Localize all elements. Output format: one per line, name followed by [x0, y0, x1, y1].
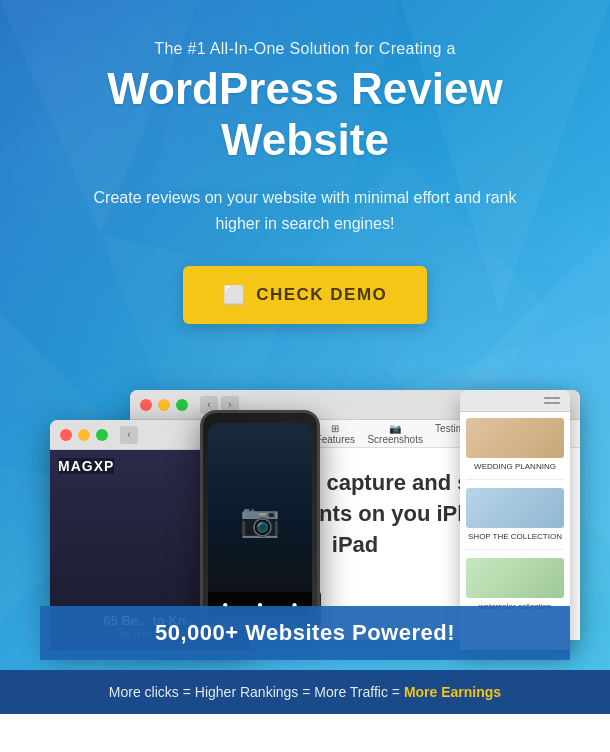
nav-arrow-left-front: ‹ [120, 426, 138, 444]
right-img-2 [466, 488, 564, 528]
footer-equals-1: = [183, 684, 195, 700]
ham-line-r1 [544, 397, 560, 399]
dot-red-front [60, 429, 72, 441]
banner-overlay: 50,000+ Websites Powered! [40, 606, 570, 660]
magxp-label: MAGXP [58, 458, 114, 474]
dot-yellow [158, 399, 170, 411]
footer-part-2: Higher Rankings [195, 684, 299, 700]
footer-equals-3: = [392, 684, 404, 700]
hero-title: WordPress Review Website [40, 64, 570, 165]
dot-red [140, 399, 152, 411]
right-label-2: SHOP THE COLLECTION [468, 532, 562, 541]
phone-body: 📷 ● ● ● [200, 410, 320, 630]
footer-equals-2: = [302, 684, 314, 700]
dot-green [176, 399, 188, 411]
banner-text: 50,000+ Websites Powered! [155, 620, 455, 645]
check-demo-button[interactable]: ⬜ CHECK DEMO [183, 266, 428, 324]
footer-part-4: More Earnings [404, 684, 501, 700]
right-item-1: WEDDING PLANNING [466, 418, 564, 480]
hamburger-right [544, 397, 560, 404]
right-img-1 [466, 418, 564, 458]
right-item-2: SHOP THE COLLECTION [466, 488, 564, 550]
nav-arrows-front: ‹ [120, 426, 138, 444]
nav-item-features: ⊞ Features [315, 423, 355, 445]
phone-screen: 📷 ● ● ● [208, 423, 312, 617]
nav-item-screenshots: 📷 Screenshots [367, 423, 423, 445]
browser-titlebar-right [460, 390, 570, 412]
ham-line-r2 [544, 402, 560, 404]
hero-subtitle: The #1 All-In-One Solution for Creating … [40, 40, 570, 58]
hero-section: The #1 All-In-One Solution for Creating … [0, 0, 610, 670]
footer-text: More clicks = Higher Rankings = More Tra… [20, 684, 590, 700]
hero-description: Create reviews on your website with mini… [90, 185, 520, 236]
right-img-3 [466, 558, 564, 598]
right-content: WEDDING PLANNING SHOP THE COLLECTION wat… [460, 412, 570, 634]
dot-green-front [96, 429, 108, 441]
phone-mockup: 📷 ● ● ● [200, 410, 320, 630]
cta-label: CHECK DEMO [256, 285, 387, 305]
footer-bar: More clicks = Higher Rankings = More Tra… [0, 670, 610, 714]
right-label-1: WEDDING PLANNING [474, 462, 556, 471]
footer-part-1: More clicks [109, 684, 179, 700]
browsers-section: ‹ › CleanApp Pages▾ ☆ Overview ⊞ Feature… [40, 370, 570, 670]
external-link-icon: ⬜ [223, 284, 247, 306]
camera-icon: 📷 [240, 501, 280, 539]
footer-part-3: More Traffic [314, 684, 388, 700]
dot-yellow-front [78, 429, 90, 441]
